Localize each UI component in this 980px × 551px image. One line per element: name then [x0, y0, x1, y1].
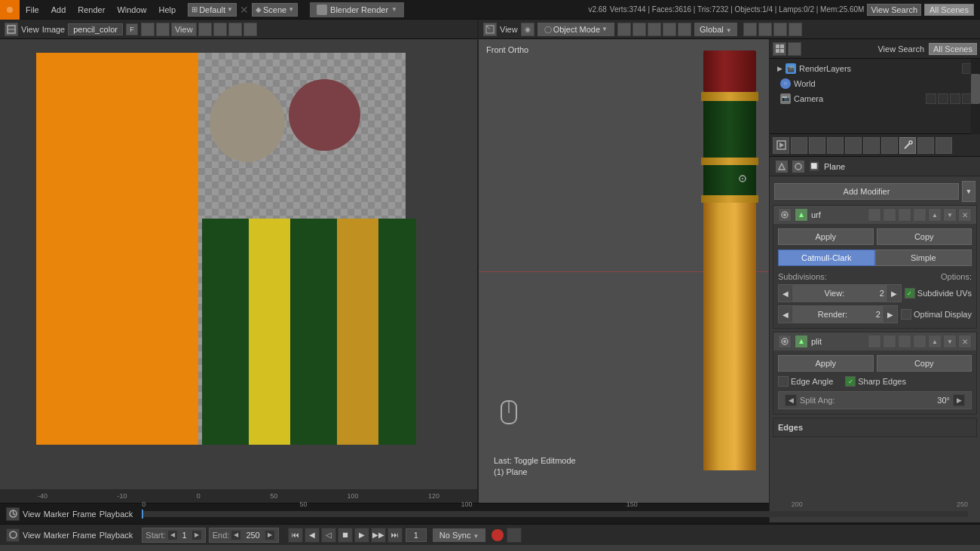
edge-angle-box[interactable] [778, 376, 789, 387]
modifier-2-toggle[interactable] [778, 335, 792, 348]
prop-icon-2[interactable] [791, 137, 807, 154]
add-modifier-dropdown[interactable]: ▼ [962, 181, 975, 202]
view-anim-label[interactable]: View [23, 531, 41, 540]
mod1-expand-down[interactable]: ▼ [943, 208, 957, 222]
subdivide-uvs-checkbox[interactable]: ✓ Subdivide UVs [905, 288, 972, 298]
menu-add[interactable]: Add [45, 0, 72, 19]
prop-icon-7[interactable] [881, 137, 898, 154]
uv-view-label[interactable]: View [21, 25, 39, 34]
sharp-edges-box[interactable]: ✓ [845, 376, 856, 387]
timeline-icon[interactable] [6, 507, 20, 521]
subdivide-uvs-box[interactable]: ✓ [905, 288, 915, 298]
engine-selector[interactable]: Blender Render ▼ [310, 2, 404, 17]
vp-icon-2[interactable] [632, 23, 646, 36]
view-stepper[interactable]: ◀ View: 2 ▶ [778, 284, 902, 302]
uv-editor-type-icon[interactable] [5, 23, 18, 36]
scrollbar-thumb[interactable] [971, 74, 980, 104]
edge-angle-checkbox[interactable]: Edge Angle [778, 376, 833, 387]
sharp-edges-checkbox[interactable]: ✓ Sharp Edges [845, 376, 906, 387]
sidebar-icon-2[interactable] [788, 42, 801, 56]
cam-icon-3[interactable] [950, 93, 960, 104]
mod2-icon-3[interactable] [898, 335, 911, 348]
view-inc[interactable]: ▶ [887, 285, 901, 302]
apply-btn-1[interactable]: Apply [778, 228, 874, 245]
start-dec[interactable]: ◀ [167, 530, 178, 540]
render-dec[interactable]: ◀ [779, 306, 792, 323]
prop-icon-6[interactable] [863, 137, 880, 154]
timeline-playhead[interactable] [142, 510, 143, 519]
cam-icon-2[interactable] [938, 93, 948, 104]
apply-btn-2[interactable]: Apply [778, 355, 874, 372]
vp-icon-4[interactable] [663, 23, 676, 36]
mod2-icon-4[interactable] [913, 335, 926, 348]
global-selector[interactable]: Global ▼ [694, 23, 737, 36]
render-inc[interactable]: ▶ [884, 306, 897, 323]
menu-help[interactable]: Help [153, 0, 182, 19]
mod1-icon-3[interactable] [898, 208, 911, 222]
play-btn[interactable]: ▶ [354, 528, 369, 543]
frame-anim-label[interactable]: Frame [72, 531, 96, 540]
mod2-expand[interactable]: ▲ [928, 335, 942, 348]
prop-icon-wrench[interactable] [899, 137, 916, 154]
render-stepper[interactable]: ◀ Render: 2 ▶ [778, 305, 898, 323]
marker-anim-label[interactable]: Marker [44, 531, 69, 540]
optimal-display-checkbox[interactable]: Optimal Display [901, 309, 972, 320]
mod2-icon-2[interactable] [883, 335, 896, 348]
menu-file[interactable]: File [20, 0, 45, 19]
image-f-badge[interactable]: F [126, 23, 138, 35]
outliner-item-renderlayers[interactable]: ▶ 🎬 RenderLayers [774, 62, 975, 75]
tool-icon-2[interactable] [156, 23, 170, 36]
vp-icon-3[interactable] [648, 23, 661, 36]
optimal-display-box[interactable] [901, 309, 911, 320]
view-text[interactable]: View Search [874, 44, 927, 54]
prop-icon-3[interactable] [809, 137, 825, 154]
vp-right-icon-3[interactable] [773, 23, 787, 36]
tool-icon-1[interactable] [141, 23, 155, 36]
tool-icon-3[interactable] [198, 23, 212, 36]
copy-btn-1[interactable]: Copy [877, 228, 972, 245]
playback-label[interactable]: Playback [100, 510, 133, 519]
end-inc[interactable]: ▶ [265, 530, 275, 540]
record-btn[interactable] [492, 529, 504, 541]
outliner-scrollbar[interactable] [971, 59, 980, 134]
marker-label[interactable]: Marker [44, 510, 69, 519]
menu-window[interactable]: Window [111, 0, 152, 19]
playback-anim-label[interactable]: Playback [100, 531, 133, 540]
split-ang-inc[interactable]: ▶ [953, 394, 965, 406]
sidebar-icon-1[interactable] [773, 42, 786, 56]
modifier-1-toggle[interactable] [778, 208, 792, 222]
mod1-icon-2[interactable] [883, 208, 896, 222]
view-search[interactable]: View Search [867, 4, 921, 16]
no-sync-selector[interactable]: No Sync ▼ [433, 528, 486, 542]
jump-start-btn[interactable]: ⏮ [288, 528, 303, 543]
start-inc[interactable]: ▶ [191, 530, 202, 540]
tool-icon-6[interactable] [243, 23, 257, 36]
menu-render[interactable]: Render [72, 0, 111, 19]
keying-btn[interactable] [507, 528, 522, 543]
mod2-icon-1[interactable] [868, 335, 881, 348]
vp-right-icon-4[interactable] [789, 23, 802, 36]
cam-icon-1[interactable] [926, 93, 936, 104]
vp-right-icon-1[interactable] [743, 23, 757, 36]
split-ang-field[interactable]: ◀ Split Ang: 30° ▶ [778, 391, 972, 409]
all-scenes-btn[interactable]: All Scenes [924, 4, 974, 16]
jump-end-btn[interactable]: ⏭ [387, 528, 403, 543]
vp-right-icon-2[interactable] [758, 23, 772, 36]
uv-image-label[interactable]: Image [42, 25, 66, 34]
current-frame-field[interactable]: 1 [406, 528, 427, 542]
mod1-close[interactable]: ✕ [958, 208, 972, 222]
viewport-type-icon[interactable] [483, 23, 497, 36]
mod1-icon-1[interactable] [868, 208, 881, 222]
prop-icon-5[interactable] [845, 137, 862, 154]
image-name-field[interactable]: pencil_color [68, 23, 123, 35]
mod1-icon-4[interactable] [913, 208, 926, 222]
add-modifier-btn[interactable]: Add Modifier [774, 183, 959, 200]
object-mode-selector[interactable]: ◯ Object Mode ▼ [537, 23, 614, 36]
outliner-item-world[interactable]: ○ World [774, 77, 975, 90]
mod2-expand-down[interactable]: ▼ [943, 335, 957, 348]
end-dec[interactable]: ◀ [231, 530, 241, 540]
tool-icon-4[interactable] [213, 23, 227, 36]
prop-icon-4[interactable] [827, 137, 844, 154]
start-frame-field[interactable]: Start: ◀ 1 ▶ [142, 528, 205, 543]
stop-btn[interactable]: ⏹ [338, 528, 353, 543]
